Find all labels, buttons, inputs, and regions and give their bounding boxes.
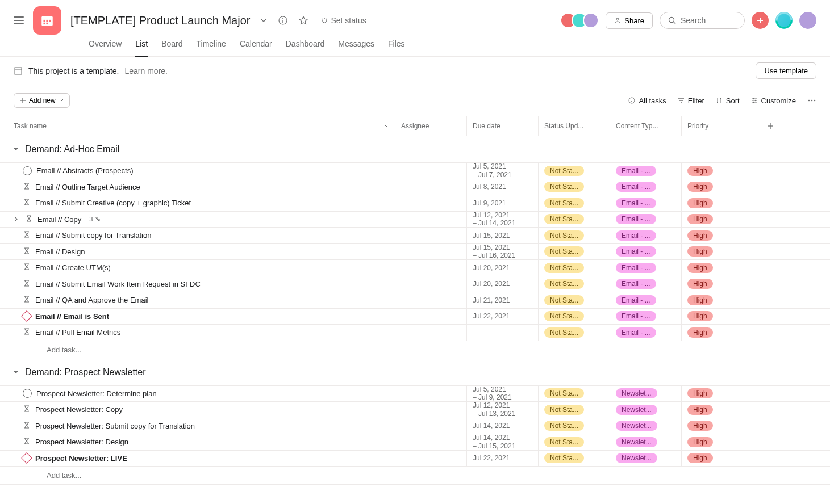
assignee-cell[interactable] <box>395 179 466 195</box>
due-date-cell[interactable]: Jul 20, 2021 <box>466 276 538 292</box>
hourglass-icon[interactable] <box>23 230 31 240</box>
hourglass-icon[interactable] <box>23 295 31 305</box>
due-date-cell[interactable]: Jul 5, 2021– Jul 7, 2021 <box>466 163 538 179</box>
assignee-cell[interactable] <box>395 195 466 211</box>
col-priority[interactable]: Priority <box>687 122 708 130</box>
due-date-cell[interactable]: Jul 14, 2021 <box>466 418 538 434</box>
priority-cell[interactable]: High <box>681 386 753 402</box>
assignee-cell[interactable] <box>395 260 466 276</box>
table-row[interactable]: Email // DesignJul 15, 2021– Jul 16, 202… <box>0 243 830 260</box>
assignee-cell[interactable] <box>395 418 466 434</box>
sort-button[interactable]: Sort <box>716 96 740 105</box>
content-type-cell[interactable]: Newslet... <box>610 418 681 434</box>
content-type-cell[interactable]: Newslet... <box>610 451 681 467</box>
table-row[interactable]: Email // Submit Email Work Item Request … <box>0 276 830 292</box>
sidebar-toggle[interactable] <box>14 16 24 24</box>
add-column-button[interactable] <box>753 116 787 136</box>
milestone-icon[interactable] <box>21 452 32 464</box>
assignee-cell[interactable] <box>395 212 466 228</box>
priority-cell[interactable]: High <box>681 212 753 228</box>
milestone-icon[interactable] <box>21 310 32 322</box>
status-cell[interactable]: Not Sta... <box>538 163 610 179</box>
incomplete-task-icon[interactable] <box>23 166 32 175</box>
info-icon[interactable] <box>278 16 287 25</box>
status-cell[interactable]: Not Sta... <box>538 386 610 402</box>
status-cell[interactable]: Not Sta... <box>538 451 610 467</box>
collapse-icon[interactable] <box>12 146 19 153</box>
filter-button[interactable]: Filter <box>678 96 704 105</box>
hourglass-icon[interactable] <box>23 247 31 257</box>
use-template-button[interactable]: Use template <box>756 62 816 79</box>
status-cell[interactable]: Not Sta... <box>538 325 610 341</box>
table-row[interactable]: Prospect Newsletter: LIVEJul 22, 2021Not… <box>0 450 830 467</box>
more-icon[interactable] <box>807 96 816 105</box>
status-cell[interactable]: Not Sta... <box>538 292 610 308</box>
priority-cell[interactable]: High <box>681 418 753 434</box>
expand-icon[interactable] <box>12 216 19 222</box>
table-row[interactable]: Email // Outline Target AudienceJul 8, 2… <box>0 179 830 195</box>
table-row[interactable]: Email // Copy3 Jul 12, 2021– Jul 14, 202… <box>0 211 830 228</box>
hourglass-icon[interactable] <box>23 198 31 208</box>
project-title[interactable]: [TEMPLATE] Product Launch Major <box>70 14 250 27</box>
due-date-cell[interactable]: Jul 22, 2021 <box>466 309 538 325</box>
priority-cell[interactable]: High <box>681 163 753 179</box>
status-cell[interactable]: Not Sta... <box>538 228 610 243</box>
hourglass-icon[interactable] <box>23 279 31 289</box>
priority-cell[interactable]: High <box>681 402 753 418</box>
due-date-cell[interactable]: Jul 8, 2021 <box>466 179 538 195</box>
status-cell[interactable]: Not Sta... <box>538 244 610 260</box>
section-title[interactable]: Demand: Prospect Newsletter <box>25 367 146 377</box>
avatar-stack[interactable] <box>560 12 599 28</box>
tab-list[interactable]: List <box>135 39 148 56</box>
priority-cell[interactable]: High <box>681 292 753 308</box>
content-type-cell[interactable]: Email - ... <box>610 179 681 195</box>
assignee-cell[interactable] <box>395 451 466 467</box>
add-task-button[interactable]: Add task... <box>0 466 830 485</box>
content-type-cell[interactable]: Email - ... <box>610 212 681 228</box>
table-row[interactable]: Email // Pull Email MetricsNot Sta...Ema… <box>0 324 830 341</box>
col-status[interactable]: Status Upd... <box>544 122 583 130</box>
tab-board[interactable]: Board <box>161 39 182 56</box>
priority-cell[interactable]: High <box>681 434 753 450</box>
table-row[interactable]: Email // Submit Creative (copy + graphic… <box>0 195 830 211</box>
table-row[interactable]: Email // Abstracts (Prospects)Jul 5, 202… <box>0 162 830 179</box>
status-cell[interactable]: Not Sta... <box>538 309 610 325</box>
status-cell[interactable]: Not Sta... <box>538 418 610 434</box>
content-type-cell[interactable]: Newslet... <box>610 434 681 450</box>
col-due-date[interactable]: Due date <box>473 122 500 130</box>
priority-cell[interactable]: High <box>681 244 753 260</box>
priority-cell[interactable]: High <box>681 325 753 341</box>
table-row[interactable]: Prospect Newsletter: Submit copy for Tra… <box>0 418 830 434</box>
tab-overview[interactable]: Overview <box>89 39 122 56</box>
due-date-cell[interactable]: Jul 12, 2021– Jul 14, 2021 <box>466 212 538 228</box>
due-date-cell[interactable]: Jul 20, 2021 <box>466 260 538 276</box>
content-type-cell[interactable]: Email - ... <box>610 195 681 211</box>
chevron-down-icon[interactable] <box>383 123 389 129</box>
customize-button[interactable]: Customize <box>751 96 796 105</box>
priority-cell[interactable]: High <box>681 179 753 195</box>
assignee-cell[interactable] <box>395 276 466 292</box>
priority-cell[interactable]: High <box>681 309 753 325</box>
assignee-cell[interactable] <box>395 292 466 308</box>
status-cell[interactable]: Not Sta... <box>538 402 610 418</box>
tab-timeline[interactable]: Timeline <box>197 39 226 56</box>
hourglass-icon[interactable] <box>23 327 31 337</box>
hourglass-icon[interactable] <box>23 421 31 431</box>
priority-cell[interactable]: High <box>681 228 753 243</box>
all-tasks-filter[interactable]: All tasks <box>628 96 666 105</box>
assignee-cell[interactable] <box>395 402 466 418</box>
priority-cell[interactable]: High <box>681 276 753 292</box>
content-type-cell[interactable]: Email - ... <box>610 163 681 179</box>
profile-avatar[interactable] <box>799 12 816 29</box>
assignee-cell[interactable] <box>395 434 466 450</box>
status-cell[interactable]: Not Sta... <box>538 179 610 195</box>
table-row[interactable]: Email // Create UTM(s)Jul 20, 2021Not St… <box>0 259 830 276</box>
assignee-cell[interactable] <box>395 228 466 243</box>
table-row[interactable]: Prospect Newsletter: Determine planJul 5… <box>0 385 830 402</box>
add-new-button[interactable]: Add new <box>14 93 70 108</box>
table-row[interactable]: Email // Email is SentJul 22, 2021Not St… <box>0 308 830 325</box>
table-row[interactable]: Email // Submit copy for TranslationJul … <box>0 227 830 243</box>
priority-cell[interactable]: High <box>681 451 753 467</box>
assignee-cell[interactable] <box>395 309 466 325</box>
incomplete-task-icon[interactable] <box>23 389 32 398</box>
